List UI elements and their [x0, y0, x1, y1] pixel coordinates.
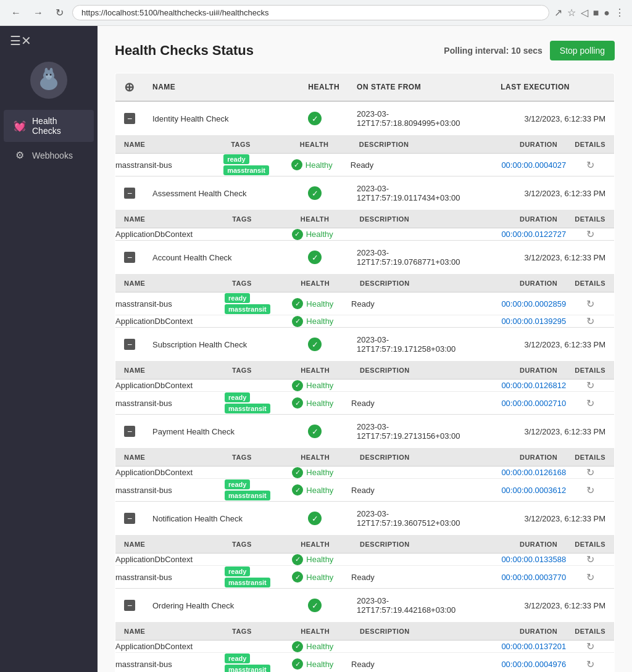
entry-details-ordering-1[interactable]: ↻ [566, 653, 614, 673]
inner-col-dur-ordering: DURATION [478, 623, 566, 641]
details-icon-notification-0[interactable]: ↻ [586, 554, 594, 565]
profile-icon[interactable]: ● [604, 7, 610, 19]
entry-health-notification-0: ✓ Healthy [292, 554, 351, 566]
entry-details-account-1[interactable]: ↻ [566, 315, 614, 328]
details-icon-account-0[interactable]: ↻ [586, 299, 594, 309]
collapse-icon-identity[interactable]: − [124, 113, 135, 124]
inner-col-tags-notification: TAGS [223, 536, 292, 554]
sidebar-item-webhooks[interactable]: ⚙Webhooks [4, 143, 94, 167]
inner-col-name-assessment: NAME [115, 210, 223, 228]
inner-col-health-notification: HEALTH [292, 536, 351, 554]
avatar [30, 62, 67, 99]
duration-text-payment-0: 00:00:00.0126168 [501, 468, 566, 477]
entry-duration-assessment-0: 00:00:00.0122727 [478, 228, 566, 241]
collapse-icon-cell[interactable]: − [115, 415, 144, 449]
inner-col-desc-payment: DESCRIPTION [351, 449, 478, 467]
share-icon[interactable]: ↗ [554, 7, 562, 19]
add-icon-header[interactable]: ⊕ [115, 73, 144, 102]
collapse-icon-subscription[interactable]: − [124, 339, 135, 350]
hamburger-icon[interactable]: ☰✕ [10, 33, 31, 48]
check-name-assessment: Assessment Health Check [144, 176, 299, 210]
entry-details-payment-1[interactable]: ↻ [566, 479, 614, 502]
details-icon-payment-1[interactable]: ↻ [586, 485, 594, 496]
collapse-icon-cell[interactable]: − [115, 589, 144, 623]
tag-ready-notification-1: ready [225, 566, 250, 576]
tag-masstransit-ordering-1: masstransit [225, 665, 270, 672]
main-content: Health Checks Status Polling interval: 1… [98, 26, 632, 672]
details-icon-assessment-0[interactable]: ↻ [586, 229, 594, 239]
entry-details-notification-0[interactable]: ↻ [566, 554, 614, 566]
duration-text-identity-0: 00:00:00.0004027 [501, 160, 566, 170]
details-icon-identity-0[interactable]: ↻ [586, 160, 594, 170]
details-icon-ordering-0[interactable]: ↻ [586, 641, 594, 652]
inner-col-name-identity: NAME [115, 136, 222, 154]
check-state-from-account: 2023-03-12T17:57:19.0768771+03:00 [348, 241, 492, 275]
collapse-icon-cell[interactable]: − [115, 101, 144, 136]
sub-table-row-ordering: NAME TAGS HEALTH DESCRIPTION DURATION DE… [115, 623, 615, 673]
entry-details-subscription-1[interactable]: ↻ [566, 392, 614, 415]
tag-ready-subscription-1: ready [225, 392, 250, 402]
sub-table-row-notification: NAME TAGS HEALTH DESCRIPTION DURATION DE… [115, 536, 615, 589]
stop-polling-button[interactable]: Stop polling [550, 41, 615, 60]
entry-details-ordering-0[interactable]: ↻ [566, 641, 614, 653]
details-icon-ordering-1[interactable]: ↻ [586, 659, 594, 670]
collapse-icon-notification[interactable]: − [124, 513, 135, 524]
group-header-ordering: − Ordering Health Check ✓ 2023-03-12T17:… [115, 589, 615, 623]
collapse-icon-ordering[interactable]: − [124, 600, 135, 611]
sidebar-item-health-checks[interactable]: 💓Health Checks [4, 110, 94, 142]
entry-health-subscription-1: ✓ Healthy [292, 392, 351, 415]
inner-col-tags-subscription: TAGS [223, 362, 292, 380]
entry-details-notification-1[interactable]: ↻ [566, 566, 614, 589]
details-icon-subscription-0[interactable]: ↻ [586, 380, 594, 391]
details-icon-subscription-1[interactable]: ↻ [586, 398, 594, 409]
collapse-icon-payment[interactable]: − [124, 426, 135, 437]
bookmark-icon[interactable]: ☆ [567, 7, 576, 19]
refresh-button[interactable]: ↻ [52, 6, 67, 20]
entry-details-identity-0[interactable]: ↻ [566, 154, 614, 176]
details-icon-account-1[interactable]: ↻ [586, 316, 594, 326]
puzzle-icon[interactable]: ■ [593, 7, 599, 19]
inner-col-dur-identity: DURATION [478, 136, 567, 154]
collapse-icon-assessment[interactable]: − [124, 188, 135, 199]
entry-details-assessment-0[interactable]: ↻ [566, 228, 614, 241]
back-button[interactable]: ← [7, 6, 25, 20]
entry-tags-account-1 [223, 315, 292, 328]
extension-icon[interactable]: ◁ [581, 7, 588, 19]
tag-masstransit-identity-0: masstransit [223, 165, 269, 175]
inner-col-health-ordering: HEALTH [292, 623, 351, 641]
details-icon-payment-0[interactable]: ↻ [586, 467, 594, 478]
forward-button[interactable]: → [30, 6, 47, 20]
entry-tags-assessment-0 [223, 228, 292, 241]
inner-table-subscription: NAME TAGS HEALTH DESCRIPTION DURATION DE… [115, 362, 614, 414]
health-label-notification-0: Healthy [306, 555, 333, 564]
check-state-from-notification: 2023-03-12T17:57:19.3607512+03:00 [348, 502, 492, 536]
entry-duration-subscription-1: 00:00:00.0002710 [478, 392, 566, 415]
health-badge-notification-1: ✓ Healthy [292, 571, 351, 583]
add-circle-icon[interactable]: ⊕ [124, 80, 135, 94]
health-label-ordering-0: Healthy [306, 642, 333, 651]
details-icon-notification-1[interactable]: ↻ [586, 572, 594, 583]
webhooks-nav-icon: ⚙ [14, 149, 26, 161]
check-last-exec-ordering: 3/12/2023, 6:12:33 PM [492, 589, 614, 623]
url-bar[interactable]: https://localhost:5100/healthchecks-ui#/… [72, 5, 549, 20]
collapse-icon-cell[interactable]: − [115, 502, 144, 536]
inner-col-health-assessment: HEALTH [292, 210, 351, 228]
check-health-account: ✓ [299, 241, 348, 275]
collapse-icon-cell[interactable]: − [115, 176, 144, 210]
collapse-icon-cell[interactable]: − [115, 241, 144, 275]
check-health-notification: ✓ [299, 502, 348, 536]
svg-point-6 [50, 74, 52, 76]
health-checks-table: ⊕ NAME HEALTH ON STATE FROM LAST EXECUTI… [115, 73, 615, 672]
entry-details-account-0[interactable]: ↻ [566, 292, 614, 315]
sidebar: ☰✕ 💓Health Chec [0, 26, 98, 672]
entry-details-payment-0[interactable]: ↻ [566, 467, 614, 479]
menu-icon[interactable]: ⋮ [615, 7, 625, 19]
collapse-icon-cell[interactable]: − [115, 328, 144, 362]
svg-point-3 [50, 68, 53, 74]
check-last-exec-notification: 3/12/2023, 6:12:33 PM [492, 502, 614, 536]
entry-details-subscription-0[interactable]: ↻ [566, 380, 614, 392]
collapse-icon-account[interactable]: − [124, 252, 135, 263]
outer-health-icon-account: ✓ [308, 251, 322, 264]
entry-duration-account-0: 00:00:00.0002859 [478, 292, 566, 315]
entry-tags-identity-0: readymasstransit [222, 154, 291, 176]
